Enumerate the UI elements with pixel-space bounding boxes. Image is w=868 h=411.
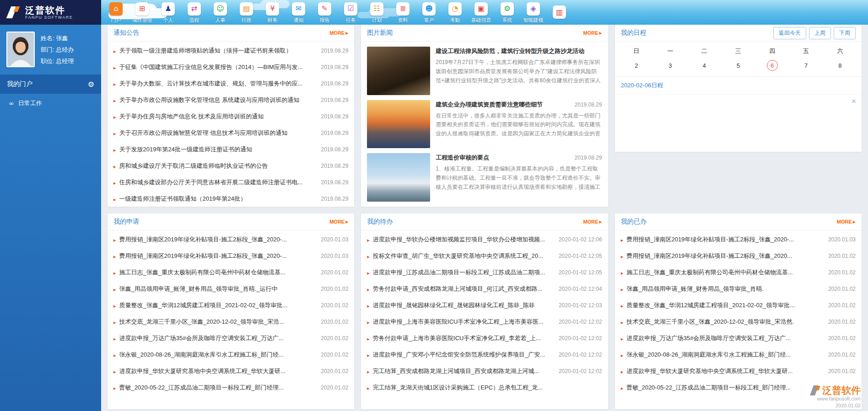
topnav-item[interactable]: ⚙ 系统 [494, 2, 520, 24]
prev-week-button[interactable]: 上周 [809, 27, 831, 39]
done-item[interactable]: 进度款申报_华软大厦研究基地中央空调系统工程_华软大厦研... 2020.01.… [615, 363, 862, 379]
notices-list: 关于领取一级注册建造师增项贴的通知（须持一建证书前来领取） 2019.08.29… [108, 42, 354, 207]
calendar-day[interactable]: 5 [721, 60, 755, 71]
done-item[interactable]: 技术交底_龙湖三千里小区_张鑫_2020-12-02_领导审批_宋浩然. 202… [615, 314, 862, 330]
application-item[interactable]: 质量整改_张鑫_华润12城房建工程项目_2021-02-02_领导审批... 2… [108, 297, 354, 314]
done-item[interactable]: 张鑫_用品领用申请_账簿_财务用品_领导审批_肖晴. 2020.01.02 [615, 281, 862, 297]
bullet-arrow-icon [621, 286, 627, 293]
calendar-day[interactable]: 7 [789, 60, 823, 71]
todo-date: 2020-01-02 12:03 [559, 302, 602, 309]
done-item[interactable]: 施工日志_张鑫_重庆太极制药有限公司亳州中药材仓储物流基... 2020.01.… [615, 264, 862, 281]
notice-item[interactable]: 关于召开市政公用设施智慧化管理 信息技术与应用培训班的通知 2019.08.29 [108, 125, 354, 141]
topnav-item[interactable]: ▥ [546, 5, 572, 20]
application-item[interactable]: 费用报销_潼南区2019年绿化补贴项目-施工2标段_张鑫_2020-... 20… [108, 248, 354, 264]
topnav-item[interactable]: ▤ 行政 [233, 2, 259, 24]
application-item[interactable]: 进度款申报_万达广场35#会所及咖啡厅空调安装工程_万达广... 2020.01… [108, 330, 354, 347]
calendar-day[interactable]: 3 [653, 60, 687, 71]
sidebar-portal-header[interactable]: 我的门户 [0, 75, 101, 94]
topnav-item[interactable]: ≣ 资料 [390, 2, 416, 24]
topnav-item[interactable]: ⌂ 门户 [103, 2, 129, 24]
more-link[interactable]: MORE [329, 30, 348, 36]
application-item[interactable]: 施工日志_张鑫_重庆太极制药有限公司亳州中药材仓储物流基... 2020.01.… [108, 264, 354, 281]
bullet-arrow-icon [113, 179, 119, 186]
notice-item[interactable]: 于征集《中国建筑施工行业信息化发展报告（2014）—BIM应用与发... 201… [108, 59, 354, 75]
news-item[interactable]: 工程造价审核的要点 2019.08.29 1、核准工程量。工程量是编制决算最基本… [367, 153, 602, 202]
news-item[interactable]: 建筑企业办理建筑资质需要注意哪些细节 2019.08.29 在日常生活中，很多人… [367, 100, 602, 149]
todo-item[interactable]: 进度款申报_晟铭园林绿化工程_晟铭园林绿化工程_陈菲_陈菲 2020-01-02… [361, 297, 608, 314]
topnav-item[interactable]: ☻ 客户 [416, 2, 442, 24]
more-link[interactable]: MORE [583, 30, 602, 36]
notice-item[interactable]: 房和城乡建设厅关于取消二级建造师临时执业证书的公告 2019.08.29 [108, 158, 354, 174]
notice-item[interactable]: 关于发放2019年第24批一级建造师注册证书的通知 2019.08.29 [108, 141, 354, 158]
topnav-item[interactable]: ✎ 报告 [312, 2, 338, 24]
notice-item[interactable]: 一级建造师注册证书领取通知（2019年第24批） 2019.08.29 [108, 191, 354, 207]
todo-item[interactable]: 投标文件审查_胡广生_华软大厦研究基地中央空调系统工程_20... 2020-0… [361, 248, 608, 264]
application-date: 2020.01.02 [321, 269, 348, 276]
done-item[interactable]: 费用报销_潼南区2019年绿化补贴项目-施工2标段_张鑫_2020-... 20… [615, 231, 862, 248]
application-text: 曹敏_2020-05-22_江苏成品油二期项目一标段工程_部门经理... [119, 384, 316, 392]
todo-item[interactable]: 进度款申报_广安邓小平纪念馆安全防范系统维护保养项目_广安... 2020-01… [361, 347, 608, 363]
topnav-item[interactable]: ☑ 任务 [338, 2, 364, 24]
todo-item[interactable]: 进度款申报_上海市美容医院ICU手术室净化工程_上海市美容医... 2020-0… [361, 314, 608, 330]
calendar-day[interactable]: 6 [755, 60, 789, 71]
topnav-item[interactable]: ¥ 财务 [259, 2, 286, 24]
topbar-sky: ⌂ 门户 ⊞ 项目管理 ♟ 个人 [101, 0, 868, 25]
news-image [367, 100, 430, 149]
notice-text: 关于举办大数据、云计算技术在城市建设、规划、管理与服务中的应... [119, 80, 316, 88]
calendar-day[interactable]: 4 [687, 60, 721, 71]
done-item[interactable]: 质量整改_张鑫_华润12城房建工程项目_2021-02-02_领导审批... 2… [615, 297, 862, 314]
notice-item[interactable]: 关于举办市政公用设施数字化管理信息 系统建设与应用培训班的通知 2019.08.… [108, 92, 354, 108]
topnav-item[interactable]: ◔ 考勤 [442, 2, 468, 24]
panel-news: 图片新闻 MORE 建设工程法律风险防范，建筑行业转型升级之路沙龙活动 2019… [361, 24, 608, 207]
bullet-arrow-icon [367, 352, 373, 358]
application-item[interactable]: 技术交底_龙湖三千里小区_张鑫_2020-12-02_领导审批_宋浩... 20… [108, 314, 354, 330]
done-item[interactable]: 曹敏_2020-05-22_江苏成品油二期项目一标段工程_部门经理... [615, 379, 862, 396]
done-item[interactable]: 张永银_2020-08-26_湖南洞庭湖水库引水工程施工标_部门经... 202… [615, 347, 862, 363]
application-date: 2020.01.02 [321, 384, 348, 391]
close-icon[interactable] [852, 97, 856, 105]
done-date: 2020.01.03 [828, 236, 856, 243]
topnav-item[interactable]: ▣ 基础信息 [468, 2, 494, 24]
topnav-item[interactable]: ◈ 智能建模 [520, 2, 546, 24]
notice-item[interactable]: 关于举办住房与房地产信息化 技术及应用培训班的通知 2019.08.29 [108, 108, 354, 125]
notice-item[interactable]: 关于举办大数据、云计算技术在城市建设、规划、管理与服务中的应... 2019.0… [108, 75, 354, 92]
application-item[interactable]: 张鑫_用品领用申请_账簿_财务用品_领导审批_肖晴._运行中 2020.01.0… [108, 281, 354, 297]
topnav-item[interactable]: ✉ 通知 [286, 2, 312, 24]
gear-icon[interactable] [88, 80, 94, 89]
next-week-button[interactable]: 下周 [834, 27, 856, 39]
todo-date: 2020-01-02 12:05 [559, 269, 602, 276]
application-text: 费用报销_潼南区2019年绿化补贴项目-施工2标段_张鑫_2020-... [119, 235, 316, 244]
todo-item[interactable]: 劳务付款申请_上海市美容医院ICU手术室净化工程_李若若_上... 2020-0… [361, 330, 608, 347]
notice-item[interactable]: 关于领取一级注册建造师增项贴的通知（须持一建证书前来领取） 2019.08.29 [108, 43, 354, 59]
bullet-arrow-icon [113, 97, 119, 104]
topnav-item[interactable]: ♟ 个人 [155, 2, 181, 24]
todo-item[interactable]: 劳务付款申请_西安成都路龙湖上河城项目_何江武_西安成都路... 2020-01… [361, 281, 608, 297]
application-item[interactable]: 曹敏_2020-05-22_江苏成品油二期项目一标段工程_部门经理... 202… [108, 379, 354, 396]
done-item[interactable]: 费用报销_潼南区2019年绿化补贴项目-施工2标段_张鑫_2020... 202… [615, 248, 862, 264]
application-item[interactable]: 费用报销_潼南区2019年绿化补贴项目-施工2标段_张鑫_2020-... 20… [108, 231, 354, 248]
topnav-item-label: 系统 [502, 17, 512, 24]
application-item[interactable]: 进度款申报_华软大厦研究基地中央空调系统工程_华软大厦研... 2020.01.… [108, 363, 354, 379]
topnav-item[interactable]: ☺ 人事 [207, 2, 233, 24]
notice-item[interactable]: 住房和城乡建设部办公厅关于同意吉林省开展二级建造师注册证书电... 2019.0… [108, 174, 354, 191]
more-link[interactable]: MORE [329, 219, 348, 224]
sidebar-item-daily-work[interactable]: 日常工作 [0, 94, 101, 113]
back-to-today-button[interactable]: 返回今天 [773, 27, 806, 39]
calendar-day[interactable]: 2 [620, 60, 653, 71]
calendar-day[interactable]: 8 [823, 60, 857, 71]
project-grid-icon: ⊞ [135, 2, 149, 16]
bullet-arrow-icon [113, 302, 119, 309]
topnav-item[interactable]: ⇄ 流程 [181, 2, 207, 24]
topnav-item[interactable]: ☷ 计划 [364, 2, 390, 24]
profile-name: 姓名: 张鑫 [41, 32, 74, 44]
done-item[interactable]: 进度款申报_万达广场35#会所及咖啡厅空调安装工程_万达广... 2020.01… [615, 330, 862, 347]
todo-item[interactable]: 进度款申报_华软办公楼增加视频监控项目_华软办公楼增加视频... 2020-01… [361, 231, 608, 248]
more-link[interactable]: MORE [837, 219, 856, 224]
todo-item[interactable]: 完工结算_西安成都路龙湖上河城项目_西安成都路龙湖上河城... 2020-01-… [361, 363, 608, 379]
application-item[interactable]: 张永银_2020-08-26_湖南洞庭湖水库引水工程施工标_部门经... 202… [108, 347, 354, 363]
todo-item[interactable]: 完工结算_龙湖天街城1区设计采购施工（EPC）总承包工程_龙... [361, 379, 608, 396]
todo-item[interactable]: 进度款申报_江苏成品油二期项目一标段工程_江苏成品油二期项... 2020-01… [361, 264, 608, 281]
more-link[interactable]: MORE [583, 219, 602, 224]
news-item[interactable]: 建设工程法律风险防范，建筑行业转型升级之路沙龙活动 2019年7月27日下午，土… [367, 47, 602, 95]
topnav-item[interactable]: ⊞ 项目管理 [129, 2, 155, 24]
